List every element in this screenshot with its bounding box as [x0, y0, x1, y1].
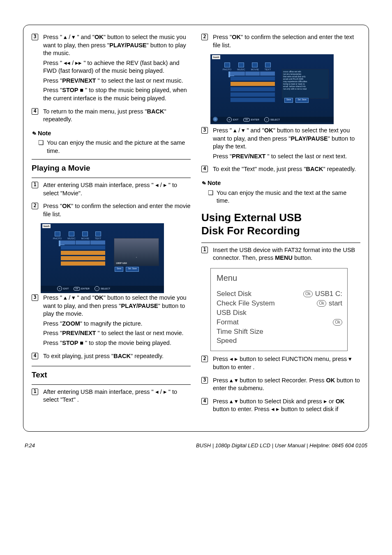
- rec-step-1: 1 Insert the USB device with FAT32 forma…: [201, 246, 360, 264]
- menu-row-speed: Speed: [217, 336, 342, 346]
- note-body: ❏ You can enjoy the music and the pictur…: [38, 139, 191, 155]
- forward-icon: ▸▸: [75, 60, 82, 66]
- divider: [32, 384, 191, 385]
- menu-row-time-shift: Time Shift Size: [217, 327, 342, 337]
- movie-preview: 1080P h264: [114, 238, 159, 266]
- note-bullet-icon: ❏: [38, 139, 44, 155]
- footer-text: BUSH | 1080p Digital LED LCD | User Manu…: [196, 442, 367, 449]
- step-number-icon: 4: [32, 352, 39, 360]
- step-number-icon: 3: [32, 294, 39, 301]
- note-body: ❏ You can enjoy the music and the text a…: [208, 189, 360, 205]
- note-heading: ✎ Note: [201, 179, 360, 187]
- step-number-icon: 2: [201, 355, 209, 363]
- page-number: P.24: [25, 442, 35, 449]
- pencil-icon: ✎: [200, 179, 207, 187]
- divider: [32, 366, 191, 366]
- file-list: [230, 72, 275, 102]
- down-icon: ▾: [235, 398, 238, 405]
- right-icon: ▸: [164, 388, 167, 395]
- text-preview: xxxxx office.net refs not any temporarie…: [282, 69, 329, 99]
- movie-step-1: 1 Atter entering USB main interface, pre…: [32, 181, 191, 199]
- globe-icon: [213, 117, 218, 122]
- step-number-icon: 3: [201, 377, 209, 384]
- right-icon: ▸: [324, 398, 327, 405]
- logo: bush: [42, 224, 51, 228]
- left-column: 3 Press " ▴ / ▾ " and "OK" button to sel…: [32, 33, 191, 421]
- step-number-icon: 3: [32, 33, 39, 41]
- menu-row-format: Format Ok: [217, 318, 342, 327]
- step-number-icon: 4: [201, 398, 209, 405]
- left-icon: ◂: [155, 182, 159, 188]
- page-footer: P.24 BUSH | 1080p Digital LED LCD | User…: [23, 442, 369, 449]
- step-number-icon: 4: [32, 108, 39, 115]
- rec-step-3: 3 Press ▴ ▾ button to select Recorder. P…: [201, 377, 360, 394]
- file-list: [60, 240, 106, 266]
- screenshot-footer: ✕EXIT OKENTER ↕SELECT: [210, 117, 334, 123]
- step-number-icon: 2: [32, 202, 39, 210]
- section-title-text: Text: [32, 370, 191, 380]
- pencil-icon: ✎: [30, 129, 37, 137]
- section-title-usb-recording: Using External USB Disk For Recording: [201, 211, 360, 238]
- movie-step-2: 2 Press "OK" to confirm the selection an…: [32, 202, 191, 220]
- up-icon: ▴: [230, 398, 233, 405]
- content-frame: 3 Press " ▴ / ▾ " and "OK" button to sel…: [23, 25, 369, 432]
- menu-row-usb-disk: USB Disk: [217, 308, 342, 318]
- divider: [32, 159, 191, 160]
- mode-icons: PHOTO MUSIC MOVIE TEXT: [223, 62, 271, 71]
- music-step-3: 3 Press " ▴ / ▾ " and "OK" button to sel…: [32, 33, 191, 104]
- rewind-icon: ◂◂: [64, 60, 70, 66]
- text-screenshot: bush PHOTO MUSIC MOVIE TEXT xxxxx office…: [210, 54, 334, 124]
- text-step-2: 2 Press "OK" to confirm the selection an…: [201, 33, 360, 51]
- text-step-4: 4 To exit the "Text" mode, just press "B…: [201, 165, 360, 175]
- note-bullet-icon: ❏: [208, 189, 213, 205]
- text-step-3: 3 Press " ▴ / ▾ " and "OK" button to sel…: [201, 127, 360, 162]
- left-icon: ◂: [155, 388, 159, 395]
- menu-title: Menu: [217, 273, 342, 284]
- music-step-4: 4 To return to the main menu, just press…: [32, 108, 191, 125]
- menu-row-check-fs: Check File System Ok start: [217, 299, 342, 308]
- step-number-icon: 4: [201, 165, 209, 173]
- screenshot-footer: ✕EXIT OKENTER ↕SELECT: [41, 286, 164, 291]
- menu-row-select-disk: Select Disk Ok USB1 C:: [217, 289, 342, 299]
- stop-icon: ■: [80, 340, 83, 346]
- divider: [201, 243, 360, 243]
- left-icon: ◂: [230, 356, 233, 362]
- movie-step-4: 4 To exit playing, just press "BACK" rep…: [32, 352, 191, 362]
- stop-icon: ■: [80, 87, 83, 93]
- divider: [32, 178, 191, 178]
- movie-step-3: 3 Press " ▴ / ▾ " and "OK" button to sel…: [32, 294, 191, 349]
- right-icon: ▸: [235, 356, 238, 362]
- ok-chip-icon: Ok: [317, 300, 326, 307]
- note-heading: ✎ Note: [32, 130, 191, 138]
- left-icon: ◂: [271, 406, 274, 412]
- down-icon: ▾: [348, 356, 352, 362]
- ok-chip-icon: Ok: [333, 319, 342, 326]
- up-icon: ▴: [230, 377, 233, 384]
- rec-step-2: 2 Press ◂ ▸ button to select FUNCTION me…: [201, 355, 360, 373]
- movie-screenshot: bush PHOTO MUSIC MOVIE TEXT 10: [41, 223, 164, 293]
- step-number-icon: 1: [32, 181, 39, 189]
- section-title-movie: Playing a Movie: [32, 163, 191, 173]
- step-number-icon: 1: [201, 246, 209, 254]
- ok-chip-icon: Ok: [303, 291, 313, 297]
- text: Press ": [43, 34, 64, 40]
- step-number-icon: 2: [201, 33, 209, 41]
- recorder-menu-diagram: Menu Select Disk Ok USB1 C: Check File S…: [210, 268, 348, 352]
- right-icon: ▸: [164, 182, 167, 188]
- right-icon: ▸: [276, 406, 279, 412]
- rec-step-4: 4 Press ▴ ▾ button to Select Disk and pr…: [201, 398, 360, 415]
- down-icon: ▾: [235, 377, 238, 384]
- text-step-1: 1 After entering USB main interface, pre…: [32, 388, 191, 406]
- mode-icons: PHOTO MUSIC MOVIE TEXT: [53, 231, 101, 240]
- step-number-icon: 1: [32, 388, 39, 395]
- step-number-icon: 3: [201, 127, 209, 134]
- right-column: 2 Press "OK" to confirm the selection an…: [201, 33, 360, 421]
- logo: bush: [212, 55, 220, 59]
